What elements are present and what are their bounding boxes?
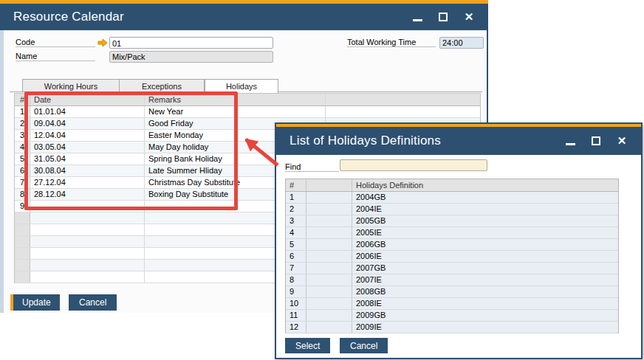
cell-num: 1	[15, 106, 30, 117]
cancel-button[interactable]: Cancel	[340, 338, 388, 353]
cell-num	[15, 248, 30, 259]
link-arrow-icon[interactable]	[97, 38, 108, 49]
table-row[interactable]: 62006IE	[286, 251, 618, 263]
cell-date: 28.12.04	[30, 189, 145, 200]
cell-num	[15, 212, 30, 224]
cell-remarks: New Year	[145, 106, 326, 117]
holidays-definitions-content: Find # Holidays Definition 12004GB22004I…	[276, 155, 641, 356]
cell-definition: 2009IE	[352, 322, 618, 333]
cell-filler	[306, 204, 352, 215]
cell-filler	[306, 274, 352, 285]
table-row[interactable]: 12004GB	[286, 192, 618, 204]
cell-filler	[306, 310, 352, 321]
close-icon[interactable]: ✕	[616, 135, 628, 147]
cell-date: 09.04.04	[30, 118, 145, 129]
cell-filler	[306, 322, 352, 333]
cell-num	[15, 260, 30, 271]
cell-date: 01.01.04	[30, 106, 145, 117]
cell-definition: 2007GB	[352, 263, 618, 274]
table-row[interactable]: 122009IE	[286, 322, 618, 333]
cell-date	[30, 236, 145, 247]
cell-filler	[306, 251, 352, 262]
minimize-button[interactable]	[564, 135, 576, 147]
table-row[interactable]: 92008GB	[286, 286, 618, 298]
cell-num: 7	[15, 177, 30, 188]
screen: Resource Calendar ✕ Code Name Mix/Pack T…	[0, 0, 644, 360]
cell-num	[15, 271, 30, 283]
tab-working-hours[interactable]: Working Hours	[22, 79, 120, 92]
cell-date	[30, 201, 145, 212]
header-number[interactable]: #	[286, 179, 306, 191]
table-row[interactable]: 102008IE	[286, 298, 618, 310]
header-date[interactable]: Date	[30, 94, 145, 105]
window-title: List of Holidays Definitions	[290, 134, 564, 148]
cell-num: 2	[15, 118, 30, 129]
header-empty[interactable]	[306, 179, 352, 191]
name-field: Mix/Pack	[109, 51, 273, 63]
cell-date: 30.08.04	[30, 165, 145, 176]
cell-filler	[306, 263, 352, 274]
cell-definition: 2005GB	[352, 215, 618, 226]
cell-num: 7	[286, 263, 306, 274]
cell-num: 3	[15, 130, 30, 141]
cell-num: 3	[286, 215, 306, 226]
holidays-definitions-titlebar: List of Holidays Definitions ✕	[276, 127, 641, 155]
table-row[interactable]: 72007GB	[286, 263, 618, 274]
find-label: Find	[285, 161, 339, 172]
cell-num: 9	[286, 286, 306, 297]
close-icon[interactable]: ✕	[463, 11, 475, 23]
header-number[interactable]: #	[15, 94, 30, 105]
holidays-table-header: # Date Remarks	[15, 94, 480, 106]
cell-num: 6	[286, 251, 306, 262]
code-input[interactable]	[109, 37, 273, 49]
maximize-button[interactable]	[437, 11, 449, 23]
cell-num: 6	[15, 165, 30, 176]
maximize-button[interactable]	[590, 135, 602, 147]
cell-num: 2	[286, 204, 306, 215]
cell-date: 31.05.04	[30, 153, 145, 165]
select-button[interactable]: Select	[285, 338, 330, 353]
cell-num: 10	[286, 298, 306, 309]
table-row[interactable]: 22004IE	[286, 204, 618, 215]
cell-definition: 2004IE	[352, 204, 618, 215]
window-controls: ✕	[564, 135, 628, 147]
cell-num: 8	[286, 274, 306, 285]
cell-definition: 2004GB	[352, 192, 618, 203]
cell-date	[30, 224, 145, 235]
cell-num: 1	[286, 192, 306, 203]
header-filler	[326, 94, 480, 105]
find-input[interactable]	[340, 159, 487, 171]
minimize-button[interactable]	[411, 11, 423, 23]
table-row[interactable]: 112009GB	[286, 310, 618, 322]
update-button[interactable]: Update	[10, 294, 60, 311]
definitions-table-body: 12004GB22004IE32005GB42005IE52006GB62006…	[286, 192, 618, 333]
cell-num: 11	[286, 310, 306, 321]
table-row[interactable]: 101.01.04New Year	[15, 106, 480, 118]
definitions-table-header: # Holidays Definition	[286, 179, 618, 192]
cell-filler	[306, 239, 352, 250]
cell-date	[30, 212, 145, 224]
table-row[interactable]: 52006GB	[286, 239, 618, 251]
cancel-button[interactable]: Cancel	[69, 294, 117, 311]
cell-num: 9	[15, 201, 30, 212]
table-row[interactable]: 42005IE	[286, 227, 618, 239]
table-row[interactable]: 82007IE	[286, 274, 618, 286]
cell-definition: 2008GB	[352, 286, 618, 297]
cell-num: 8	[15, 189, 30, 200]
cell-date	[30, 248, 145, 259]
cell-filler	[306, 298, 352, 309]
window-title: Resource Calendar	[13, 10, 411, 24]
tab-exceptions[interactable]: Exceptions	[120, 79, 205, 92]
cell-filler	[306, 192, 352, 203]
code-label: Code	[16, 36, 95, 47]
cell-definition: 2007IE	[352, 274, 618, 285]
header-holidays-definition[interactable]: Holidays Definition	[352, 179, 618, 191]
cell-definition: 2006GB	[352, 239, 618, 250]
table-row[interactable]: 32005GB	[286, 215, 618, 227]
header-remarks[interactable]: Remarks	[145, 94, 326, 105]
cell-num: 12	[286, 322, 306, 333]
cell-date: 03.05.04	[30, 142, 145, 153]
cell-date: 27.12.04	[30, 177, 145, 188]
tab-holidays[interactable]: Holidays	[205, 79, 278, 93]
holidays-definitions-window: List of Holidays Definitions ✕ Find # Ho…	[275, 122, 643, 359]
